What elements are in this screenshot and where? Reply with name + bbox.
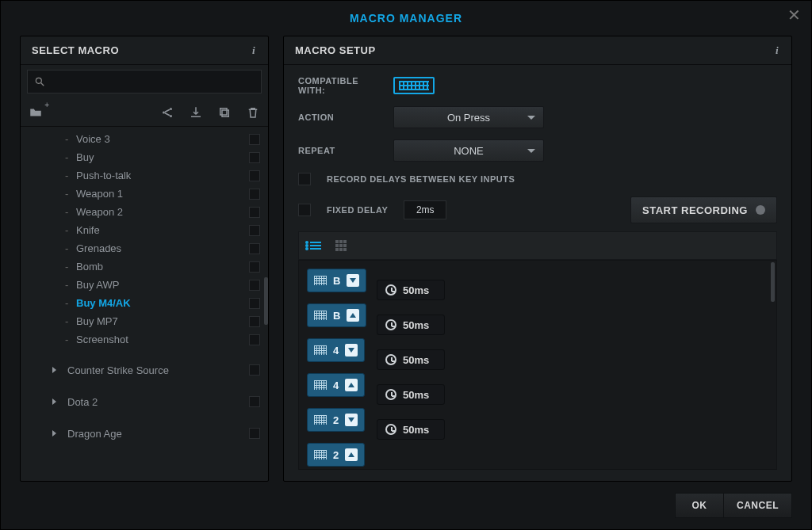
chevron-down-icon (527, 149, 535, 153)
compatible-label: COMPATIBLE WITH: (298, 76, 377, 95)
macro-item-label: Buy MP7 (76, 315, 249, 327)
macro-item[interactable]: Bomb (21, 257, 268, 276)
import-button[interactable] (187, 104, 205, 121)
macro-item[interactable]: Weapon 1 (21, 185, 268, 203)
event-key[interactable]: 2 (307, 443, 365, 467)
macro-item[interactable]: Grenades (21, 239, 268, 257)
arrow-up-icon (345, 379, 358, 391)
macro-item-checkbox[interactable] (249, 334, 260, 345)
event-delay[interactable]: 50ms (377, 349, 445, 370)
search-input-wrap[interactable] (27, 70, 262, 93)
action-select[interactable]: On Press (393, 106, 544, 128)
macro-group-label: Counter Strike Source (67, 364, 249, 376)
keyboard-icon (314, 450, 327, 459)
macro-group-checkbox[interactable] (249, 396, 260, 407)
macro-item-checkbox[interactable] (249, 134, 260, 145)
fixed-delay-input[interactable] (404, 200, 446, 219)
macro-group[interactable]: Counter Strike Source (21, 360, 268, 380)
clock-icon (385, 354, 396, 365)
chevron-right-icon (52, 430, 56, 437)
macro-group[interactable]: Dragon Age (21, 423, 268, 444)
event-delay[interactable]: 50ms (377, 280, 445, 300)
repeat-label: REPEAT (298, 146, 377, 155)
list-view-button[interactable] (307, 237, 324, 254)
repeat-value: NONE (454, 145, 484, 157)
macro-item-checkbox[interactable] (249, 225, 260, 236)
macro-group[interactable]: Dota 2 (21, 391, 268, 412)
info-icon[interactable]: i (247, 44, 260, 57)
share-button[interactable] (159, 104, 176, 121)
cancel-button[interactable]: CANCEL (724, 493, 792, 518)
macro-setup-panel: MACRO SETUP i COMPATIBLE WITH: ACTION On… (283, 36, 792, 482)
macro-item-checkbox[interactable] (249, 170, 260, 181)
scrollbar-thumb[interactable] (771, 262, 775, 302)
svg-point-4 (170, 115, 172, 117)
action-value: On Press (447, 112, 490, 124)
macro-toolbar: + (21, 98, 268, 127)
events-view-toolbar (298, 231, 777, 260)
macro-item-label: Buy (76, 151, 249, 163)
grid-view-button[interactable] (332, 237, 350, 254)
macro-item-checkbox[interactable] (249, 261, 260, 273)
new-folder-button[interactable]: + (27, 104, 44, 121)
macro-item[interactable]: Screenshot (21, 330, 268, 349)
macro-item-checkbox[interactable] (249, 243, 260, 254)
event-key[interactable]: 4 (307, 338, 365, 362)
macro-group-checkbox[interactable] (249, 428, 260, 439)
macro-item-label: Push-to-talk (76, 170, 249, 181)
events-list[interactable]: B50msB50ms450ms450ms250ms2 (298, 260, 777, 470)
window-title: MACRO MANAGER (1, 1, 811, 36)
macro-item[interactable]: Knife (21, 221, 268, 239)
clock-icon (385, 319, 396, 330)
event-key[interactable]: 2 (307, 408, 365, 432)
scrollbar-thumb[interactable] (264, 277, 268, 325)
macro-item[interactable]: Buy AWP (21, 276, 268, 294)
macro-item[interactable]: Weapon 2 (21, 203, 268, 221)
event-delay[interactable]: 50ms (377, 419, 445, 440)
repeat-select[interactable]: NONE (393, 139, 544, 162)
info-icon[interactable]: i (771, 44, 783, 57)
macro-item-checkbox[interactable] (249, 298, 260, 309)
macro-item[interactable]: Push-to-talk (21, 166, 268, 185)
event-delay[interactable]: 50ms (377, 315, 445, 335)
close-icon[interactable]: ✕ (784, 6, 803, 25)
start-recording-button[interactable]: START RECORDING (630, 196, 777, 223)
macro-manager-window: MACRO MANAGER ✕ SELECT MACRO i + (0, 0, 812, 530)
macro-item-checkbox[interactable] (249, 316, 260, 327)
event-key[interactable]: B (307, 303, 366, 327)
macro-item[interactable]: Buy MP7 (21, 312, 268, 330)
record-delays-checkbox[interactable] (298, 173, 311, 185)
macro-item[interactable]: Buy (21, 148, 268, 166)
event-delay[interactable]: 50ms (377, 384, 445, 405)
event-key-label: 2 (333, 449, 339, 461)
macro-item[interactable]: Buy M4/AK (21, 294, 268, 312)
macro-group-checkbox[interactable] (249, 364, 260, 376)
arrow-down-icon (347, 274, 359, 287)
macro-setup-title: MACRO SETUP (295, 44, 376, 56)
list-icon (310, 240, 321, 251)
macro-tree[interactable]: Voice 3BuyPush-to-talkWeapon 1Weapon 2Kn… (21, 127, 268, 481)
select-macro-header: SELECT MACRO i (21, 36, 268, 65)
event-key-label: 4 (333, 379, 339, 391)
search-icon (34, 76, 45, 87)
copy-button[interactable] (216, 104, 233, 121)
keyboard-compat-icon[interactable] (393, 77, 435, 94)
macro-item-checkbox[interactable] (249, 280, 260, 291)
delete-button[interactable] (244, 104, 262, 121)
chevron-down-icon (527, 116, 535, 120)
grid-icon (335, 240, 347, 251)
macro-item[interactable]: Voice 3 (21, 130, 268, 148)
select-macro-title: SELECT MACRO (32, 44, 119, 56)
event-key[interactable]: 4 (307, 373, 365, 397)
macro-item-checkbox[interactable] (249, 152, 260, 163)
svg-point-2 (163, 111, 165, 113)
dialog-footer: OK CANCEL (675, 493, 792, 518)
fixed-delay-checkbox[interactable] (298, 204, 311, 216)
ok-button[interactable]: OK (675, 493, 724, 518)
macro-item-label: Buy M4/AK (76, 297, 249, 309)
event-key-label: B (333, 275, 340, 287)
search-input[interactable] (50, 76, 255, 88)
macro-item-checkbox[interactable] (249, 189, 260, 200)
macro-item-checkbox[interactable] (249, 207, 260, 218)
event-key[interactable]: B (307, 269, 366, 292)
